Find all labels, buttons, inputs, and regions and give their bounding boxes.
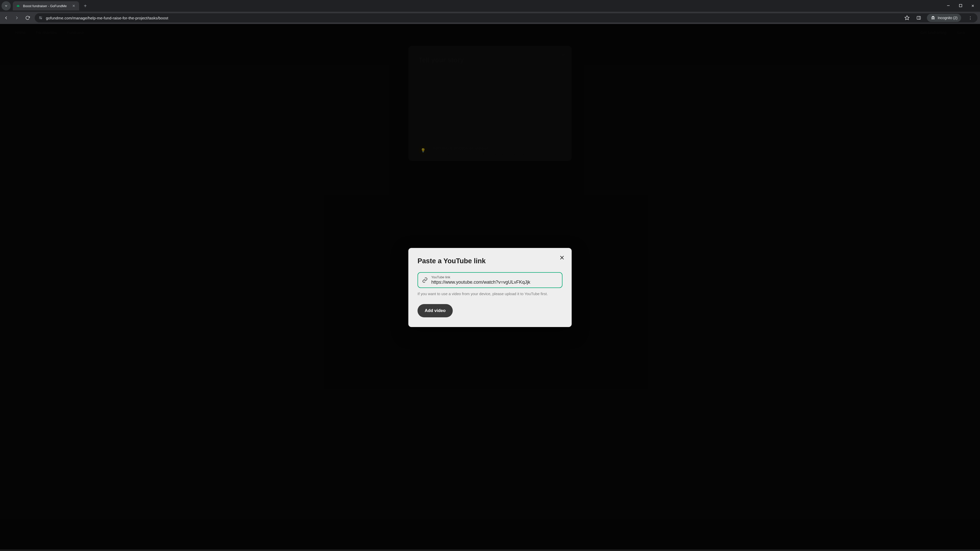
window-close-button[interactable]: ✕ bbox=[970, 4, 976, 8]
modal-close-button[interactable] bbox=[558, 254, 566, 262]
svg-rect-7 bbox=[917, 16, 921, 19]
url-text: gofundme.com/manage/help-me-fund-raise-f… bbox=[46, 16, 168, 20]
nav-reload-button[interactable] bbox=[24, 14, 31, 21]
chevron-down-icon bbox=[4, 4, 8, 8]
svg-point-9 bbox=[932, 18, 933, 19]
incognito-label: Incognito (2) bbox=[938, 16, 958, 20]
browser-toolbar: gofundme.com/manage/help-me-fund-raise-f… bbox=[0, 12, 980, 24]
browser-menu-button[interactable]: ⋮ bbox=[967, 14, 974, 21]
window-controls: ✕ bbox=[945, 4, 978, 8]
browser-titlebar: Boost fundraiser - GoFundMe ✕ + ✕ bbox=[0, 0, 980, 12]
youtube-link-field[interactable]: YouTube link bbox=[417, 272, 563, 288]
svg-rect-1 bbox=[959, 4, 962, 7]
window-maximize-button[interactable] bbox=[958, 4, 964, 8]
svg-point-10 bbox=[934, 18, 935, 19]
youtube-link-modal: Paste a YouTube link YouTube link If you… bbox=[408, 248, 572, 327]
svg-point-5 bbox=[41, 18, 41, 19]
window-minimize-button[interactable] bbox=[945, 4, 951, 8]
page-viewport: Home For charities Fundraise Get fundrai… bbox=[0, 24, 980, 551]
field-label: YouTube link bbox=[431, 275, 558, 279]
link-icon bbox=[422, 277, 428, 283]
tab-search-button[interactable] bbox=[2, 1, 11, 11]
incognito-indicator[interactable]: Incognito (2) bbox=[927, 14, 961, 22]
side-panel-icon[interactable] bbox=[915, 14, 922, 21]
new-tab-button[interactable]: + bbox=[82, 3, 89, 9]
modal-title: Paste a YouTube link bbox=[417, 257, 563, 265]
bookmark-star-icon[interactable] bbox=[904, 14, 911, 21]
helper-text: If you want to use a video from your dev… bbox=[417, 292, 563, 296]
browser-tab[interactable]: Boost fundraiser - GoFundMe ✕ bbox=[13, 1, 79, 11]
nav-forward-button[interactable] bbox=[13, 14, 21, 21]
tab-close-button[interactable]: ✕ bbox=[72, 4, 76, 8]
nav-back-button[interactable] bbox=[3, 14, 10, 21]
add-video-button-label: Add video bbox=[425, 308, 445, 313]
address-bar[interactable]: gofundme.com/manage/help-me-fund-raise-f… bbox=[35, 13, 977, 22]
add-video-button[interactable]: Add video bbox=[417, 304, 453, 318]
incognito-icon bbox=[931, 15, 935, 21]
svg-point-4 bbox=[40, 17, 40, 17]
modal-overlay[interactable]: Paste a YouTube link YouTube link If you… bbox=[0, 24, 980, 551]
svg-marker-6 bbox=[905, 16, 909, 20]
desktop-taskbar-edge bbox=[0, 549, 980, 551]
close-icon bbox=[559, 255, 565, 260]
tab-title: Boost fundraiser - GoFundMe bbox=[23, 4, 69, 8]
youtube-link-input[interactable] bbox=[431, 279, 558, 285]
site-settings-icon[interactable] bbox=[38, 16, 43, 20]
favicon-gofundme bbox=[16, 3, 21, 8]
